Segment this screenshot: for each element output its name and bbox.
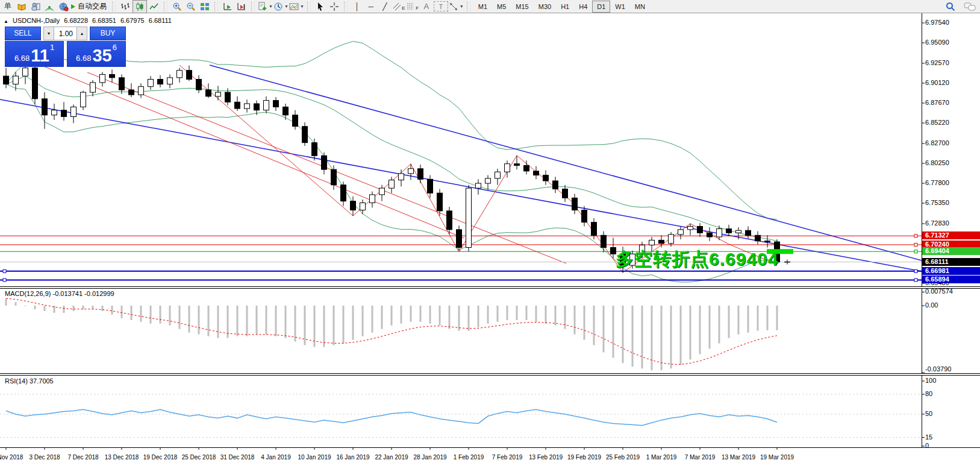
date-axis-label: 22 Jan 2019 (370, 454, 413, 461)
volume-input[interactable] (54, 27, 76, 40)
sell-button[interactable]: SELL (5, 27, 41, 40)
timeframe-m1-button[interactable]: M1 (473, 1, 492, 13)
toolbar-separator (467, 2, 470, 11)
axis-tick-label: 15 (925, 433, 979, 441)
date-axis-label: 7 Mar 2019 (679, 454, 721, 461)
toolbar-separator (214, 2, 218, 11)
autotrade-button[interactable]: 自动交易 (57, 1, 109, 13)
fibonacci-tool-button[interactable]: F (406, 1, 419, 13)
axis-tick-label: 6.92570 (925, 59, 979, 67)
date-axis-label: 3 Dec 2018 (23, 454, 66, 461)
timeframe-d1-button[interactable]: D1 (592, 1, 610, 13)
price-level-label: 6.69404 (922, 247, 980, 255)
axis-tick-label: 0.00 (925, 301, 979, 309)
close-value: 6.68111 (149, 17, 172, 24)
tile-windows-button[interactable] (198, 1, 211, 13)
timeframe-toolbar: M1M5M15M30H1H4D1W1MN (473, 1, 650, 13)
axis-tick-label: 50 (925, 410, 979, 418)
arrows-tool-button[interactable]: ▼ (449, 1, 464, 13)
crosshair-tool-button[interactable] (328, 1, 341, 13)
chart-annotation[interactable]: 多空转折点6.69404 (616, 247, 778, 272)
period-button[interactable]: ▼ (273, 1, 289, 13)
one-click-trading-panel: SELL ▼ ▲ BUY 6.68 11 1 6.68 35 6 (5, 27, 126, 67)
buy-button[interactable]: BUY (90, 27, 126, 40)
book-icon[interactable] (15, 1, 28, 13)
profile-icon[interactable] (29, 1, 42, 13)
sell-price-sup: 1 (50, 44, 54, 51)
pane-separator[interactable] (0, 373, 980, 376)
date-axis-label: 28 Jan 2019 (409, 454, 451, 461)
date-axis-label: 31 Dec 2018 (216, 454, 258, 461)
time-axis-border (0, 447, 980, 448)
axis-tick-label: 6.77800 (925, 179, 979, 187)
line-chart-button[interactable] (148, 1, 161, 13)
axis-tick-label: 6.75350 (925, 199, 979, 207)
timeframe-m15-button[interactable]: M15 (511, 1, 533, 13)
high-value: 6.68351 (92, 17, 116, 24)
date-axis-label: 19 Feb 2019 (563, 454, 605, 461)
volume-increase-button[interactable]: ▲ (76, 27, 87, 40)
timeframe-h4-button[interactable]: H4 (574, 1, 592, 13)
axis-tick-label: 6.97540 (925, 19, 979, 27)
zoom-out-button[interactable] (184, 1, 198, 13)
timeframe-m30-button[interactable]: M30 (534, 1, 556, 13)
axis-tick-label: 6.80250 (925, 159, 979, 167)
top-toolbar: 单 自动交易 ▼ ▼ (0, 0, 980, 13)
search-icon[interactable] (944, 1, 957, 13)
new-chart-button[interactable]: ▼ (258, 1, 273, 13)
channel-tool-button[interactable]: E (392, 1, 405, 13)
axis-tick-label: -0.03790 (925, 365, 979, 373)
axis-tick-label: 6.85220 (925, 119, 979, 127)
vertical-line-tool-button[interactable]: │ (351, 1, 364, 13)
horizontal-line-tool-button[interactable]: ─ (364, 1, 378, 13)
pane-separator[interactable] (0, 286, 980, 289)
text-tool-button[interactable]: A (420, 1, 433, 13)
dropdown-caret-icon: ▼ (284, 4, 289, 8)
cursor-tool-button[interactable] (314, 1, 327, 13)
date-axis-label: 13 Feb 2019 (525, 454, 567, 461)
channel-tool-label: E (402, 5, 405, 11)
chart-shift-button[interactable] (235, 1, 248, 13)
price-level-label: 6.71327 (922, 231, 980, 239)
zoom-in-button[interactable] (170, 1, 184, 13)
axis-tick-label: 6.82700 (925, 139, 979, 147)
sell-price-big: 11 (31, 47, 49, 65)
sell-price-prefix: 6.68 (14, 52, 30, 65)
buy-price-big: 35 (92, 47, 111, 65)
price-axis-border (922, 13, 922, 447)
timeframe-mn-button[interactable]: MN (630, 1, 650, 13)
price-level-label: 6.66981 (922, 267, 980, 275)
timeframe-h1-button[interactable]: H1 (556, 1, 574, 13)
volume-decrease-button[interactable]: ▼ (43, 27, 54, 40)
play-icon (70, 4, 76, 10)
price-level-label: 6.65894 (922, 276, 980, 283)
bar-chart-button[interactable] (119, 1, 132, 13)
candlestick-chart-button[interactable] (133, 0, 147, 13)
signal-icon[interactable] (43, 1, 56, 13)
chart-canvas[interactable] (0, 0, 980, 466)
date-axis-label: 16 Jan 2019 (332, 454, 374, 461)
trendline-tool-button[interactable]: ╱ (378, 1, 392, 13)
axis-tick-label: 6.90120 (925, 79, 979, 87)
timeframe-w1-button[interactable]: W1 (610, 1, 630, 13)
timeframe-m5-button[interactable]: M5 (492, 1, 511, 13)
axis-tick-label: 0 (925, 442, 979, 450)
chat-icon[interactable] (963, 1, 976, 13)
rsi-label: RSI(14) 37.7005 (5, 377, 54, 385)
date-axis-label: 19 Dec 2018 (139, 454, 181, 461)
auto-scroll-button[interactable] (221, 1, 234, 13)
new-order-button[interactable]: 单 (1, 1, 14, 13)
autotrade-label: 自动交易 (78, 1, 107, 11)
collapse-arrow-icon[interactable]: ▲ (4, 19, 8, 24)
toolbar-separator (112, 2, 116, 11)
date-axis-label: 7 Dec 2018 (62, 454, 104, 461)
date-axis-label: 13 Dec 2018 (101, 454, 143, 461)
dropdown-caret-icon: ▼ (269, 4, 273, 8)
axis-tick-label: 100 (925, 377, 979, 385)
template-button[interactable]: ▼ (289, 1, 304, 13)
buy-price[interactable]: 6.68 35 6 (67, 41, 126, 67)
symbol-period-label: USDCNH-,Daily (13, 17, 60, 24)
date-axis-label: 25 Feb 2019 (602, 454, 644, 461)
sell-price[interactable]: 6.68 11 1 (5, 41, 64, 67)
text-label-tool-button[interactable]: T (434, 1, 448, 11)
